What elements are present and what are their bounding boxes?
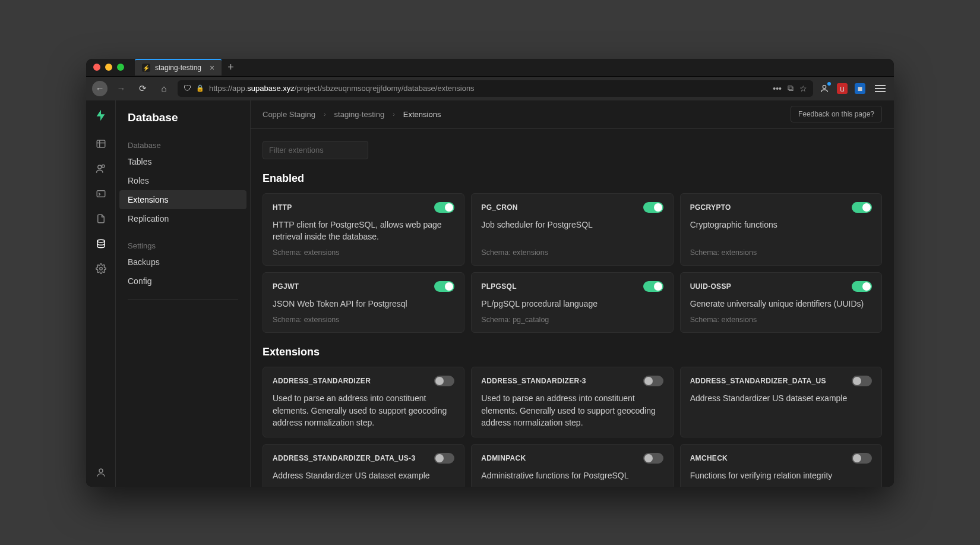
table-editor-icon[interactable] (95, 138, 107, 150)
extension-toggle[interactable] (434, 202, 454, 213)
sidebar-item-tables[interactable]: Tables (116, 152, 250, 171)
sidebar-divider (128, 299, 238, 300)
minimize-window[interactable] (105, 64, 112, 71)
extension-description: Functions for verifying relation integri… (690, 470, 872, 481)
browser-tabs: ⚡ staging-testing × + (135, 59, 234, 76)
extension-card: ADDRESS_STANDARDIZER_DATA_US-3Address St… (263, 444, 464, 486)
svg-rect-1 (97, 140, 105, 147)
extension-toggle[interactable] (852, 281, 872, 292)
extension-name: ADDRESS_STANDARDIZER-3 (481, 377, 586, 385)
sidebar-item-extensions[interactable]: Extensions (119, 190, 246, 209)
menu-icon[interactable] (875, 85, 888, 92)
extension-description: Cryptographic functions (690, 219, 872, 243)
extension-toggle[interactable] (434, 376, 454, 386)
url-toolbar: ← → ⟳ ⌂ 🛡 🔒 https://app.supabase.xyz/pro… (86, 77, 894, 100)
forward-button[interactable]: → (113, 81, 129, 96)
new-tab-button[interactable]: + (227, 61, 234, 74)
extension-name: ADMINPACK (481, 454, 526, 462)
extension-name: ADDRESS_STANDARDIZER (273, 377, 371, 385)
extension-schema: Schema: extensions (690, 248, 872, 257)
crumb-project[interactable]: staging-testing (334, 110, 385, 119)
crumb-org[interactable]: Copple Staging (263, 110, 315, 119)
icon-rail (86, 100, 116, 487)
extension-name: HTTP (273, 203, 292, 212)
extension-card: PLPGSQLPL/pgSQL procedural languageSchem… (471, 272, 673, 333)
extension-card: ADDRESS_STANDARDIZER-3Used to parse an a… (471, 367, 673, 437)
account-icon[interactable] (819, 83, 830, 94)
extension-card: ADMINPACKAdministrative functions for Po… (471, 444, 673, 486)
extension-schema: Schema: pg_catalog (481, 316, 663, 324)
sidebar-item-config[interactable]: Config (116, 272, 250, 291)
sidebar-group-database: Database (116, 135, 250, 152)
database-icon[interactable] (95, 238, 107, 250)
sidebar-item-backups[interactable]: Backups (116, 253, 250, 272)
svg-point-8 (99, 267, 102, 270)
shield-icon: 🛡 (184, 84, 191, 93)
extension-toggle[interactable] (852, 453, 872, 464)
extension-toggle[interactable] (643, 453, 663, 464)
sql-editor-icon[interactable] (95, 188, 107, 200)
favicon-icon: ⚡ (142, 64, 150, 72)
extension-name: UUID-OSSP (690, 282, 731, 291)
traffic-lights (93, 64, 124, 71)
enabled-grid: HTTPHTTP client for PostgreSQL, allows w… (263, 193, 882, 333)
extension-toggle[interactable] (643, 202, 663, 213)
browser-window: ⚡ staging-testing × + ← → ⟳ ⌂ 🛡 🔒 https:… (86, 59, 894, 487)
extension-toggle[interactable] (434, 453, 454, 464)
extension-card: ADDRESS_STANDARDIZER_DATA_USAddress Stan… (680, 367, 882, 437)
extension-name: ADDRESS_STANDARDIZER_DATA_US-3 (273, 454, 415, 462)
auth-icon[interactable] (95, 163, 107, 175)
extension-schema: Schema: extensions (273, 316, 454, 324)
extension-description: HTTP client for PostgreSQL, allows web p… (273, 219, 454, 243)
extension-card: ADDRESS_STANDARDIZERUsed to parse an add… (263, 367, 464, 437)
close-window[interactable] (93, 64, 100, 71)
extension-description: Used to parse an address into constituen… (273, 392, 454, 429)
section-enabled-title: Enabled (263, 172, 882, 185)
browser-tab[interactable]: ⚡ staging-testing × (135, 59, 222, 75)
extension-description: Address Standardizer US dataset example (273, 470, 454, 481)
home-button[interactable]: ⌂ (156, 81, 172, 96)
settings-icon[interactable] (95, 263, 107, 275)
back-button[interactable]: ← (92, 81, 108, 96)
extension-description: Address Standardizer US dataset example (690, 392, 872, 429)
section-extensions-title: Extensions (263, 346, 882, 358)
lock-icon: 🔒 (196, 84, 204, 92)
extension-ublock-icon[interactable]: u (837, 83, 848, 94)
pocket-icon[interactable]: ⧉ (788, 83, 794, 93)
maximize-window[interactable] (117, 64, 124, 71)
meatball-icon[interactable]: ••• (773, 84, 782, 93)
sidebar-item-replication[interactable]: Replication (116, 209, 250, 228)
feedback-button[interactable]: Feedback on this page? (791, 106, 882, 122)
extension-toggle[interactable] (643, 281, 663, 292)
extension-name: PGCRYPTO (690, 203, 731, 212)
extension-description: Generate universally unique identifiers … (690, 298, 872, 310)
extension-card: UUID-OSSPGenerate universally unique ide… (680, 272, 882, 333)
sidebar: Database Database Tables Roles Extension… (116, 100, 251, 487)
user-icon[interactable] (95, 467, 107, 478)
close-tab-icon[interactable]: × (210, 63, 214, 73)
svg-point-4 (97, 165, 101, 169)
sidebar-item-roles[interactable]: Roles (116, 171, 250, 190)
filter-extensions-input[interactable] (263, 141, 368, 159)
extension-name: PLPGSQL (481, 282, 516, 291)
extension-toggle[interactable] (852, 376, 872, 386)
extension-1password-icon[interactable]: ■ (855, 83, 865, 94)
address-bar[interactable]: 🛡 🔒 https://app.supabase.xyz/project/sbz… (178, 80, 813, 97)
extension-schema: Schema: extensions (690, 316, 872, 324)
supabase-logo-icon[interactable] (94, 109, 108, 125)
content-body: Enabled HTTPHTTP client for PostgreSQL, … (251, 129, 894, 487)
sidebar-group-settings: Settings (116, 235, 250, 253)
url-text: https://app.supabase.xyz/project/sbzeuqn… (209, 84, 475, 93)
extension-card: HTTPHTTP client for PostgreSQL, allows w… (263, 193, 464, 266)
storage-icon[interactable] (95, 213, 107, 225)
extension-toggle[interactable] (434, 281, 454, 292)
extension-toggle[interactable] (852, 202, 872, 213)
extension-card: PGCRYPTOCryptographic functionsSchema: e… (680, 193, 882, 266)
reload-button[interactable]: ⟳ (135, 81, 150, 96)
breadcrumb-bar: Copple Staging › staging-testing › Exten… (251, 100, 894, 129)
svg-point-9 (99, 469, 103, 472)
extension-card: PG_CRONJob scheduler for PostgreSQLSchem… (471, 193, 673, 266)
extension-toggle[interactable] (643, 376, 663, 386)
window-titlebar: ⚡ staging-testing × + (86, 59, 894, 77)
bookmark-icon[interactable]: ☆ (799, 84, 807, 93)
